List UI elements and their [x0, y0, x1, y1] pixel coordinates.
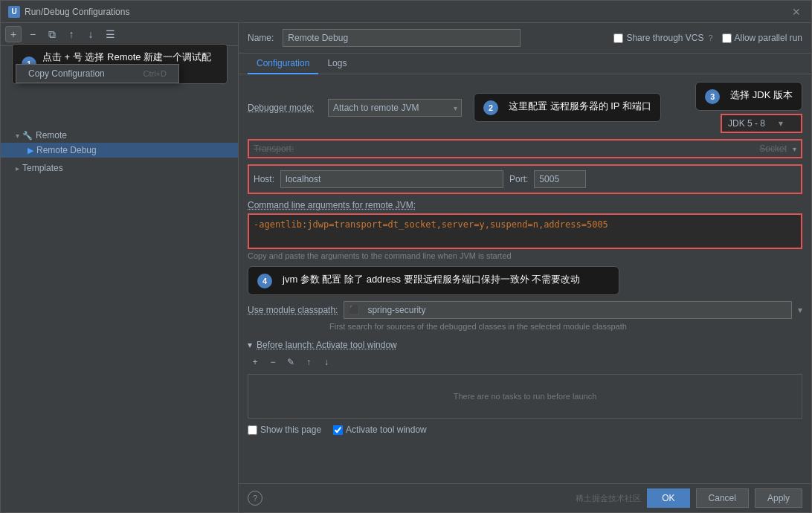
dialog-footer: ? 稀土掘金技术社区 OK Cancel Apply [239, 483, 811, 512]
jdk-select-value: JDK 5 - 8 [728, 118, 765, 129]
module-select-chevron-icon: ▾ [798, 305, 802, 315]
help-button[interactable]: ? [248, 491, 262, 506]
annotation-3-text: 选择 JDK 版本 [730, 88, 793, 102]
close-button[interactable]: ✕ [789, 4, 804, 19]
annotation-4-badge: 4 [257, 274, 272, 288]
allow-parallel-row: Allow parallel run [722, 33, 802, 43]
share-through-vcs-row: Share through VCS ? [613, 33, 712, 43]
name-label: Name: [248, 33, 274, 43]
module-value: spring-security [367, 305, 425, 315]
sidebar-toolbar: + − ⧉ ↑ ↓ ☰ [1, 23, 238, 46]
name-input[interactable] [283, 29, 521, 47]
context-menu: Copy Configuration Ctrl+D [16, 64, 179, 83]
before-launch-label: Before launch: Activate tool window [257, 340, 397, 350]
show-page-row: Show this page [248, 425, 321, 435]
share-through-vcs-checkbox[interactable] [613, 33, 623, 43]
cmd-hint: Copy and paste the arguments to the comm… [248, 251, 802, 260]
activate-tool-label: Activate tool window [346, 425, 427, 435]
module-row: Use module classpath: ⬛ spring-security … [248, 301, 802, 319]
debugger-mode-select[interactable]: Attach to remote JVM [328, 99, 462, 117]
no-tasks-text: There are no tasks to run before launch [454, 392, 597, 401]
copy-configuration-menu-item[interactable]: Copy Configuration Ctrl+D [16, 65, 178, 83]
app-icon: U [8, 6, 20, 18]
tab-logs[interactable]: Logs [318, 54, 355, 74]
activate-tool-row: Activate tool window [333, 425, 427, 435]
apply-button[interactable]: Apply [755, 488, 802, 508]
watermark-text: 稀土掘金技术社区 [576, 493, 641, 504]
annotation-2-popup: 2 这里配置 远程服务器的 IP 和端口 [474, 93, 661, 122]
move-task-down-button[interactable]: ↓ [319, 355, 334, 370]
config-area: Debugger mode: Attach to remote JVM 2 这里… [239, 74, 811, 483]
host-port-row: Host: Port: [248, 164, 802, 194]
host-label: Host: [254, 174, 274, 184]
annotation-4-text: jvm 参数 配置 除了 address 要跟远程服务端口保持一致外 不需要改动 [283, 273, 580, 286]
title-bar: U Run/Debug Configurations ✕ [1, 1, 811, 23]
remove-task-button[interactable]: − [265, 355, 280, 370]
header-options: Share through VCS ? Allow parallel run [613, 33, 802, 43]
port-input[interactable] [534, 170, 586, 188]
chevron-right-icon: ▸ [16, 164, 19, 172]
tab-configuration[interactable]: Configuration [248, 54, 318, 74]
allow-parallel-checkbox[interactable] [722, 33, 732, 43]
transport-label: Transport: [254, 143, 294, 154]
footer-left: ? [248, 491, 262, 506]
before-launch-header[interactable]: ▾ Before launch: Activate tool window [248, 340, 802, 350]
jdk-chevron-icon: ▾ [779, 118, 783, 129]
tabs-bar: Configuration Logs [239, 54, 811, 74]
right-panel: Name: Share through VCS ? Allow parallel… [239, 23, 811, 512]
transport-row: Transport: Socket ▾ [248, 139, 802, 158]
move-up-button[interactable]: ↑ [63, 26, 80, 42]
debugger-mode-select-wrapper: Attach to remote JVM [328, 99, 462, 117]
sidebar: + − ⧉ ↑ ↓ ☰ 1 点击 + 号 选择 Remote 新建一个调试配置 … [1, 23, 239, 512]
cmd-label: Command line arguments for remote JVM: [248, 200, 802, 210]
activate-tool-checkbox[interactable] [333, 425, 343, 435]
remote-folder-icon: 🔧 [22, 131, 33, 141]
bottom-checkboxes: Show this page Activate tool window [248, 425, 802, 435]
tree-item-templates[interactable]: ▸ Templates [1, 161, 238, 175]
module-icon: ⬛ [349, 305, 360, 315]
move-task-up-button[interactable]: ↑ [301, 355, 316, 370]
show-page-label: Show this page [260, 425, 321, 435]
module-input: ⬛ spring-security [344, 301, 792, 319]
debugger-mode-row: Debugger mode: Attach to remote JVM 2 这里… [248, 82, 802, 133]
add-task-button[interactable]: + [248, 355, 262, 370]
dialog-title: Run/Debug Configurations [25, 7, 129, 17]
debugger-mode-label: Debugger mode: [248, 103, 322, 113]
before-launch-collapse-icon: ▾ [248, 340, 252, 350]
move-down-button[interactable]: ↓ [83, 26, 99, 42]
tasks-area: There are no tasks to run before launch [248, 374, 802, 419]
annotation-4-popup: 4 jvm 参数 配置 除了 address 要跟远程服务端口保持一致外 不需要… [248, 266, 619, 295]
edit-task-button[interactable]: ✎ [283, 355, 298, 370]
transport-value: Socket [759, 143, 787, 154]
footer-buttons: 稀土掘金技术社区 OK Cancel Apply [576, 488, 802, 508]
cmd-textarea[interactable]: -agentlib:jdwp=transport=dt_socket,serve… [248, 213, 802, 249]
section-toolbar: + − ✎ ↑ ↓ [248, 355, 802, 370]
annotation-3-popup: 3 选择 JDK 版本 [695, 82, 802, 111]
copy-configuration-button[interactable]: ⧉ [44, 26, 60, 42]
tree-item-remote[interactable]: ▾ 🔧 Remote [1, 128, 238, 143]
show-page-checkbox[interactable] [248, 425, 257, 435]
host-input[interactable] [280, 170, 503, 188]
vcs-help-icon[interactable]: ? [708, 33, 712, 42]
annotation-2-badge: 2 [483, 100, 498, 115]
filter-button[interactable]: ☰ [102, 26, 118, 42]
debug-config-icon: ▶ [28, 146, 33, 155]
annotation-2-text: 这里配置 远程服务器的 IP 和端口 [509, 100, 651, 113]
cancel-button[interactable]: Cancel [696, 488, 749, 508]
transport-chevron-icon: ▾ [793, 145, 796, 153]
share-through-vcs-label: Share through VCS [626, 33, 703, 43]
add-configuration-button[interactable]: + [5, 26, 22, 42]
allow-parallel-label: Allow parallel run [735, 33, 802, 43]
annotation-3-badge: 3 [705, 89, 720, 104]
header-row: Name: Share through VCS ? Allow parallel… [239, 23, 811, 54]
module-hint: First search for sources of the debugged… [329, 322, 802, 331]
tree-item-remote-debug[interactable]: ▶ Remote Debug [1, 143, 238, 158]
chevron-down-icon: ▾ [16, 132, 19, 140]
before-launch-section: ▾ Before launch: Activate tool window + … [248, 340, 802, 419]
remove-configuration-button[interactable]: − [25, 26, 41, 42]
ok-button[interactable]: OK [647, 488, 689, 508]
module-classpath-label: Use module classpath: [248, 305, 338, 315]
jdk-select-box: JDK 5 - 8 ▾ [721, 114, 802, 133]
port-label: Port: [509, 174, 528, 184]
